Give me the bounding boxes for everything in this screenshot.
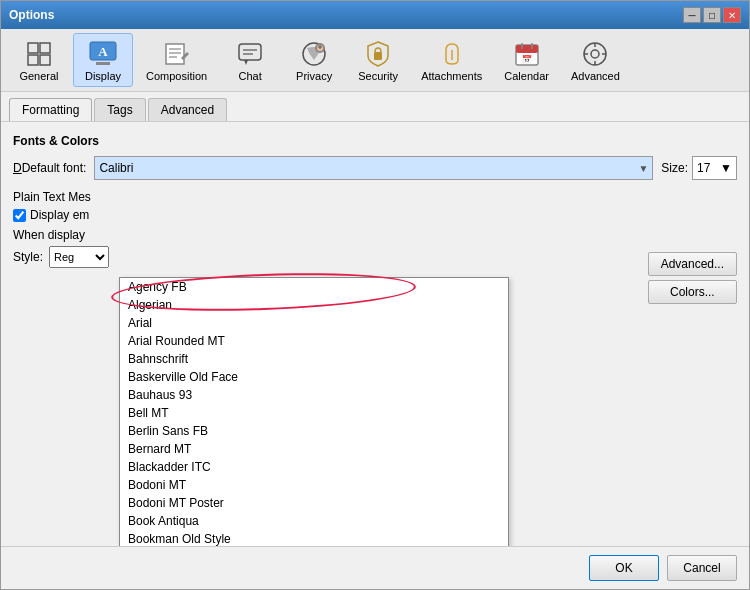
tab-formatting[interactable]: Formatting <box>9 98 92 121</box>
tab-advanced[interactable]: Advanced <box>148 98 227 121</box>
style-select[interactable]: Reg <box>49 246 109 268</box>
font-list-item[interactable]: Bodoni MT Poster <box>120 494 508 512</box>
font-list-item[interactable]: Agency FB <box>120 278 508 296</box>
font-list-item[interactable]: Bernard MT <box>120 440 508 458</box>
font-row: DDefault font: Calibri ▼ Size: 17 ▼ <box>13 156 737 180</box>
fonts-colors-section: Fonts & Colors <box>13 134 737 148</box>
svg-rect-23 <box>516 45 538 53</box>
svg-rect-0 <box>28 43 38 53</box>
toolbar-chat[interactable]: Chat <box>220 33 280 87</box>
font-list-item[interactable]: Blackadder ITC <box>120 458 508 476</box>
attachments-icon <box>436 38 468 70</box>
size-arrow-icon: ▼ <box>720 161 732 175</box>
minimize-button[interactable]: ─ <box>683 7 701 23</box>
title-bar-buttons: ─ □ ✕ <box>683 7 741 23</box>
privacy-label: Privacy <box>296 70 332 82</box>
font-list-item[interactable]: Arial Rounded MT <box>120 332 508 350</box>
security-icon <box>362 38 394 70</box>
font-list-item[interactable]: Algerian <box>120 296 508 314</box>
cancel-button[interactable]: Cancel <box>667 555 737 581</box>
tab-tags[interactable]: Tags <box>94 98 145 121</box>
general-icon <box>23 38 55 70</box>
when-display-label: When display <box>13 228 85 242</box>
content-area: Fonts & Colors DDefault font: Calibri ▼ … <box>1 122 749 546</box>
font-list-item[interactable]: Bookman Old Style <box>120 530 508 546</box>
svg-rect-7 <box>166 44 184 64</box>
advanced-button[interactable]: Advanced... <box>648 252 737 276</box>
font-list-item[interactable]: Baskerville Old Face <box>120 368 508 386</box>
toolbar-general[interactable]: General <box>9 33 69 87</box>
close-button[interactable]: ✕ <box>723 7 741 23</box>
font-list-item[interactable]: Bodoni MT <box>120 476 508 494</box>
advanced-label: Advanced <box>571 70 620 82</box>
security-label: Security <box>358 70 398 82</box>
toolbar-privacy[interactable]: Privacy <box>284 33 344 87</box>
options-window: Options ─ □ ✕ General <box>0 0 750 590</box>
tabs-bar: Formatting Tags Advanced <box>1 92 749 122</box>
plain-text-label: Plain Text Mes <box>13 190 91 204</box>
font-selected-value: Calibri <box>99 161 133 175</box>
font-list-item[interactable]: Bahnschrift <box>120 350 508 368</box>
toolbar-advanced[interactable]: Advanced <box>562 33 629 87</box>
privacy-icon <box>298 38 330 70</box>
font-list-item[interactable]: Arial <box>120 314 508 332</box>
window-title: Options <box>9 8 54 22</box>
size-label: Size: <box>661 161 688 175</box>
general-label: General <box>19 70 58 82</box>
svg-rect-5 <box>96 62 110 65</box>
size-value: 17 <box>697 161 710 175</box>
composition-icon <box>161 38 193 70</box>
size-group: Size: 17 ▼ <box>661 156 737 180</box>
bottom-buttons: OK Cancel <box>1 546 749 589</box>
svg-rect-20 <box>374 52 382 60</box>
font-dropdown-list[interactable]: Default (Arial)Agency FBAlgerianArialAri… <box>119 277 509 546</box>
font-select[interactable]: Calibri ▼ <box>94 156 653 180</box>
toolbar-calendar[interactable]: 📅 Calendar <box>495 33 558 87</box>
font-list-scroll[interactable]: Default (Arial)Agency FBAlgerianArialAri… <box>120 278 508 546</box>
right-buttons: Advanced... Colors... <box>648 252 737 304</box>
toolbar-security[interactable]: Security <box>348 33 408 87</box>
font-list-item[interactable]: Book Antiqua <box>120 512 508 530</box>
maximize-button[interactable]: □ <box>703 7 721 23</box>
default-font-label: DDefault font: <box>13 161 86 175</box>
svg-text:📅: 📅 <box>522 54 532 64</box>
display-label: Display <box>85 70 121 82</box>
toolbar: General A Display <box>1 29 749 92</box>
attachments-label: Attachments <box>421 70 482 82</box>
svg-rect-1 <box>40 43 50 53</box>
toolbar-composition[interactable]: Composition <box>137 33 216 87</box>
calendar-icon: 📅 <box>511 38 543 70</box>
title-bar: Options ─ □ ✕ <box>1 1 749 29</box>
ok-button[interactable]: OK <box>589 555 659 581</box>
plain-text-row: Plain Text Mes Display em When display S… <box>13 190 737 268</box>
font-list-item[interactable]: Berlin Sans FB <box>120 422 508 440</box>
svg-text:A: A <box>98 44 108 59</box>
chat-label: Chat <box>239 70 262 82</box>
dropdown-arrow-icon: ▼ <box>638 163 648 174</box>
toolbar-attachments[interactable]: Attachments <box>412 33 491 87</box>
colors-button[interactable]: Colors... <box>648 280 737 304</box>
svg-rect-3 <box>40 55 50 65</box>
svg-rect-2 <box>28 55 38 65</box>
svg-point-28 <box>591 50 599 58</box>
composition-label: Composition <box>146 70 207 82</box>
svg-marker-12 <box>244 60 248 65</box>
checkbox-label: Display em <box>30 208 89 222</box>
toolbar-display[interactable]: A Display <box>73 33 133 87</box>
display-icon: A <box>87 38 119 70</box>
size-select[interactable]: 17 ▼ <box>692 156 737 180</box>
svg-rect-11 <box>239 44 261 60</box>
font-list-item[interactable]: Bell MT <box>120 404 508 422</box>
chat-icon <box>234 38 266 70</box>
calendar-label: Calendar <box>504 70 549 82</box>
font-list-item[interactable]: Bauhaus 93 <box>120 386 508 404</box>
font-dropdown-container: Calibri ▼ <box>94 156 653 180</box>
advanced-icon <box>579 38 611 70</box>
style-label: Style: <box>13 250 43 264</box>
display-checkbox[interactable] <box>13 209 26 222</box>
